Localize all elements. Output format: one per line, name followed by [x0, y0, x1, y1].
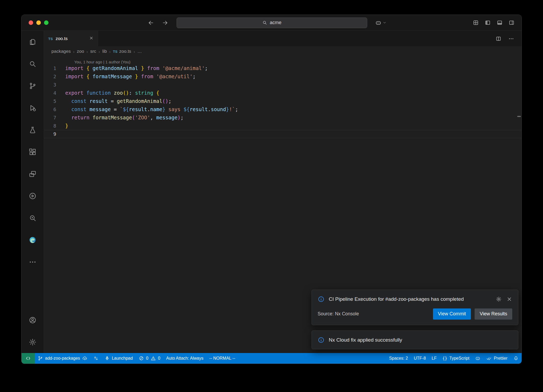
code-line-6[interactable]: 6 const message = `${result.name} says $… — [44, 105, 522, 114]
remote-indicator[interactable] — [21, 353, 35, 364]
zoom-window-button[interactable] — [44, 20, 49, 25]
code-text: } — [65, 122, 68, 130]
back-button[interactable] — [147, 19, 154, 26]
tab-zoo-ts[interactable]: TS zoo.ts — [44, 31, 98, 47]
problems-item[interactable]: 0 0 — [136, 353, 163, 364]
line-number: 9 — [44, 130, 65, 138]
indentation-item[interactable]: Spaces: 2 — [386, 353, 411, 364]
info-icon — [318, 337, 325, 343]
code-line-7[interactable]: 7 return formatMessage('ZOO', message); — [44, 114, 522, 122]
code-text: const message = `${result.name} says ${r… — [65, 105, 238, 114]
breadcrumb-zoo[interactable]: zoo — [77, 49, 84, 54]
bell-icon — [513, 356, 519, 361]
warning-triangle-icon — [151, 356, 156, 361]
ellipsis-icon — [29, 258, 37, 266]
breadcrumb-file[interactable]: TS zoo.ts — [113, 49, 131, 54]
notification-ci-pipeline: CI Pipeline Execution for #add-zoo-packa… — [312, 290, 518, 325]
search-icon — [29, 60, 37, 68]
extensions-icon — [29, 148, 37, 156]
notification-settings-gear-icon[interactable] — [496, 296, 502, 302]
explorer-icon — [29, 38, 37, 46]
line-number: 6 — [44, 105, 65, 114]
copilot-icon — [375, 20, 382, 26]
command-center-search[interactable]: acme — [177, 18, 367, 28]
notification-source: Source: Nx Console — [318, 311, 359, 317]
code-line-9[interactable]: 9 — [44, 130, 522, 138]
code-line-4[interactable]: 4export function zoo(): string { — [44, 89, 522, 97]
notification-nx-cloud: Nx Cloud fix applied successfully — [312, 330, 518, 349]
copilot-menu-button[interactable] — [375, 20, 387, 26]
copilot-status-item[interactable] — [472, 353, 483, 364]
minimize-window-button[interactable] — [36, 20, 41, 25]
title-bar: acme — [21, 15, 522, 31]
cloud-upload-icon — [82, 356, 87, 361]
eol-item[interactable]: LF — [429, 353, 440, 364]
launchpad-item[interactable]: Launchpad — [102, 353, 136, 364]
code-line-1[interactable]: 1import { getRandomAnimal } from '@acme/… — [44, 64, 522, 72]
forward-button[interactable] — [162, 19, 169, 26]
activity-testing[interactable] — [21, 119, 44, 141]
chevron-right-icon: › — [109, 49, 111, 54]
toggle-primary-sidebar-button[interactable] — [485, 20, 491, 26]
more-actions-button[interactable] — [508, 36, 514, 42]
status-left: add-zoo-packages Launchpad 0 0 Auto Atta… — [21, 353, 238, 364]
toggle-panel-button[interactable] — [497, 20, 503, 26]
prettier-item[interactable]: Prettier — [483, 353, 510, 364]
view-results-button[interactable]: View Results — [475, 308, 512, 320]
code-line-2[interactable]: 2import { formatMessage } from '@acme/ut… — [44, 72, 522, 81]
language-label: TypeScript — [449, 356, 470, 361]
activity-more-views[interactable] — [21, 251, 44, 273]
window-controls — [21, 20, 61, 25]
activity-extensions[interactable] — [21, 141, 44, 163]
settings-button[interactable] — [21, 331, 44, 353]
code-text: const result = getRandomAnimal(); — [65, 97, 171, 105]
breadcrumb-lib[interactable]: lib — [102, 49, 107, 54]
breadcrumb-symbol[interactable]: … — [137, 49, 142, 54]
activity-windows[interactable] — [21, 163, 44, 185]
activity-run-circle[interactable] — [21, 185, 44, 207]
language-item[interactable]: {} TypeScript — [440, 353, 472, 364]
inspect-search-icon — [29, 214, 37, 222]
codelens-blame[interactable]: You, 1 hour ago | 1 author (You) — [44, 56, 522, 64]
typescript-file-icon: TS — [113, 50, 118, 54]
line-number: 5 — [44, 97, 65, 105]
git-actions-item[interactable] — [90, 353, 102, 364]
code-line-8[interactable]: 8} — [44, 122, 522, 130]
split-editor-button[interactable] — [496, 36, 501, 42]
activity-explorer[interactable] — [21, 31, 44, 53]
tab-close-button[interactable] — [89, 36, 94, 42]
breadcrumb-packages[interactable]: packages — [51, 49, 71, 54]
braces-icon: {} — [443, 356, 447, 361]
line-number: 3 — [44, 81, 65, 89]
activity-source-control[interactable] — [21, 75, 44, 97]
git-branch-icon — [38, 356, 43, 361]
close-window-button[interactable] — [29, 20, 33, 25]
activity-edge-tools[interactable] — [21, 229, 44, 251]
close-icon — [89, 36, 94, 40]
tab-bar-empty-space — [98, 31, 493, 47]
view-commit-button[interactable]: View Commit — [433, 308, 471, 320]
chevron-right-icon: › — [73, 49, 75, 54]
notification-close-icon[interactable] — [506, 296, 512, 302]
status-bar: add-zoo-packages Launchpad 0 0 Auto Atta… — [21, 353, 522, 364]
branch-item[interactable]: add-zoo-packages — [35, 353, 90, 364]
activity-bar — [21, 31, 44, 353]
activity-run-debug[interactable] — [21, 97, 44, 119]
account-icon — [29, 316, 37, 324]
customize-layout-button[interactable] — [473, 20, 479, 26]
account-button[interactable] — [21, 309, 44, 331]
notifications-bell-item[interactable] — [510, 353, 522, 364]
encoding-item[interactable]: UTF-8 — [411, 353, 429, 364]
breadcrumb-src[interactable]: src — [90, 49, 96, 54]
search-query-text: acme — [270, 20, 281, 25]
tab-label: zoo.ts — [56, 36, 68, 41]
scrollbar-marker[interactable] — [517, 116, 521, 117]
auto-attach-item[interactable]: Auto Attach: Always — [163, 353, 207, 364]
code-line-5[interactable]: 5 const result = getRandomAnimal(); — [44, 97, 522, 105]
line-number: 8 — [44, 122, 65, 130]
toggle-secondary-sidebar-button[interactable] — [509, 20, 515, 26]
activity-inspect[interactable] — [21, 207, 44, 229]
code-line-3[interactable]: 3 — [44, 81, 522, 89]
source-control-icon — [29, 82, 37, 90]
activity-search[interactable] — [21, 53, 44, 75]
